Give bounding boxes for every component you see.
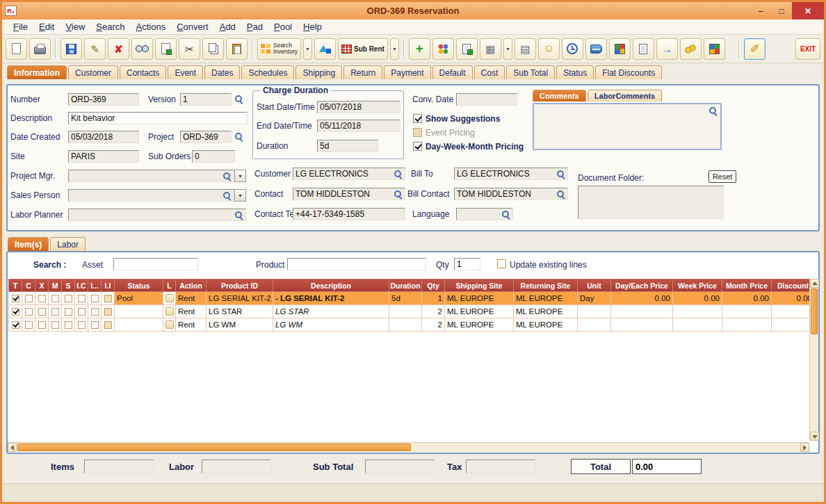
line-button[interactable] xyxy=(165,320,174,329)
maximize-button[interactable]: □ xyxy=(771,2,792,19)
tab-labor[interactable]: Labor xyxy=(50,237,86,251)
reset-button[interactable]: Reset xyxy=(708,170,736,183)
col-duration[interactable]: Duration xyxy=(389,279,422,292)
cell-discount[interactable] xyxy=(772,318,815,332)
scroll-down-button[interactable] xyxy=(810,432,819,441)
vertical-scrollbar[interactable] xyxy=(809,279,818,441)
tab-status[interactable]: Status xyxy=(556,65,594,79)
horizontal-scrollbar[interactable] xyxy=(8,442,809,452)
table-row[interactable]: Rent LG WM LG WM 2 ML EUROPE ML EUROPE xyxy=(9,318,815,332)
product-input[interactable] xyxy=(287,258,426,270)
menu-pad[interactable]: Pad xyxy=(241,20,268,33)
tab-sub-total[interactable]: Sub Total xyxy=(506,65,555,79)
row-checkbox[interactable] xyxy=(25,321,33,329)
sales-person-search-icon[interactable] xyxy=(222,191,232,200)
cell-returning-site[interactable]: ML EUROPE xyxy=(514,305,578,318)
row-checkbox[interactable] xyxy=(12,308,19,316)
menu-edit[interactable]: Edit xyxy=(33,20,60,33)
menu-help[interactable]: Help xyxy=(298,20,327,33)
cell-duration[interactable] xyxy=(389,318,422,332)
menu-search[interactable]: Search xyxy=(90,20,130,33)
close-button[interactable]: ✕ xyxy=(792,2,824,19)
cell-product-id[interactable]: LG WM xyxy=(206,318,273,332)
col-returning-site[interactable]: Returning Site xyxy=(514,279,578,292)
row-checkbox[interactable] xyxy=(51,295,59,302)
row-checkbox[interactable] xyxy=(104,295,112,302)
horizontal-scroll-thumb[interactable] xyxy=(17,444,411,451)
col-i2[interactable]: I... xyxy=(88,279,102,292)
cell-unit[interactable]: Day xyxy=(578,292,611,305)
cell-week-price[interactable] xyxy=(673,318,722,332)
version-field[interactable]: 1 xyxy=(180,93,232,106)
col-discount[interactable]: Discount xyxy=(772,279,815,292)
col-status[interactable]: Status xyxy=(115,279,163,292)
col-qty[interactable]: Qty xyxy=(422,279,445,292)
cell-day-each-price[interactable] xyxy=(611,305,673,318)
language-field[interactable] xyxy=(456,208,513,220)
duration-field[interactable]: 5d xyxy=(317,140,378,152)
cell-checkbox[interactable] xyxy=(62,305,75,318)
row-checkbox[interactable] xyxy=(25,295,33,302)
row-checkbox[interactable] xyxy=(78,308,86,316)
line-button[interactable] xyxy=(165,294,174,302)
cell-l[interactable] xyxy=(163,292,176,305)
tab-schedules[interactable]: Schedules xyxy=(241,65,294,79)
col-day-each-price[interactable]: Day/Each Price xyxy=(611,279,673,292)
row-checkbox[interactable] xyxy=(78,295,86,302)
day-week-month-checkbox[interactable] xyxy=(413,142,422,151)
save-button[interactable] xyxy=(60,38,82,60)
sub-rent-dropdown[interactable]: ▼ xyxy=(390,38,399,60)
site-field[interactable]: PARIS xyxy=(68,150,139,163)
worksheet-button[interactable] xyxy=(633,38,654,60)
col-l[interactable]: L xyxy=(163,279,176,292)
date-created-field[interactable]: 05/03/2018 xyxy=(68,131,139,143)
cell-discount[interactable]: 0.00 xyxy=(772,292,815,305)
comments-search-icon[interactable] xyxy=(708,106,718,115)
convert-document-button[interactable] xyxy=(155,38,177,60)
paste-button[interactable] xyxy=(226,38,248,60)
contact-search-icon[interactable] xyxy=(394,190,403,199)
shapes-button[interactable] xyxy=(314,38,336,60)
tab-labor-comments[interactable]: LaborComments xyxy=(588,90,662,101)
bill-contact-search-icon[interactable] xyxy=(556,190,565,199)
reports-button[interactable]: ▤ xyxy=(515,38,536,60)
scroll-right-button[interactable] xyxy=(800,443,809,452)
vertical-scroll-thumb[interactable] xyxy=(811,288,818,334)
number-field[interactable]: ORD-369 xyxy=(68,93,139,106)
col-description[interactable]: Description xyxy=(273,279,389,292)
cell-checkbox[interactable] xyxy=(22,292,35,305)
col-m[interactable]: M xyxy=(49,279,62,292)
tab-flat-discounts[interactable]: Flat Discounts xyxy=(595,65,662,79)
transfer-button[interactable]: → xyxy=(656,38,678,60)
update-existing-checkbox[interactable] xyxy=(497,259,506,268)
project-field[interactable]: ORD-369 xyxy=(180,131,232,143)
table-row[interactable]: Rent LG STAR LG STAR 2 ML EUROPE ML EURO… xyxy=(9,305,815,318)
project-mgr-search-icon[interactable] xyxy=(222,172,232,181)
cell-status[interactable] xyxy=(115,318,163,332)
cell-l[interactable] xyxy=(163,318,176,332)
cell-action[interactable]: Rent xyxy=(176,318,206,332)
tab-event[interactable]: Event xyxy=(168,65,203,79)
col-t[interactable]: T xyxy=(9,279,22,292)
cell-week-price[interactable] xyxy=(673,305,722,318)
description-field[interactable]: Kit behavior xyxy=(68,112,248,124)
scroll-up-button[interactable] xyxy=(810,279,819,288)
col-product-id[interactable]: Product ID xyxy=(206,279,273,292)
asset-input[interactable] xyxy=(113,258,198,270)
row-checkbox[interactable] xyxy=(25,308,33,316)
col-x[interactable]: X xyxy=(35,279,49,292)
show-suggestions-checkbox[interactable] xyxy=(413,114,422,123)
cell-qty[interactable]: 2 xyxy=(422,305,445,318)
cell-action[interactable]: Rent xyxy=(176,305,206,318)
cell-product-id[interactable]: LG SERIAL KIT-2 xyxy=(206,292,273,305)
project-search-icon[interactable] xyxy=(234,132,243,141)
cell-qty[interactable]: 2 xyxy=(422,318,445,332)
cell-checkbox[interactable] xyxy=(35,318,49,332)
cell-duration[interactable] xyxy=(389,305,422,318)
delete-button[interactable]: ✘ xyxy=(108,38,129,60)
minimize-button[interactable]: – xyxy=(750,2,771,19)
event-pricing-checkbox[interactable] xyxy=(413,128,422,137)
bill-to-field[interactable]: LG ELECTRONICS xyxy=(454,168,568,180)
row-checkbox[interactable] xyxy=(91,295,99,302)
sub-orders-field[interactable]: 0 xyxy=(192,150,235,163)
